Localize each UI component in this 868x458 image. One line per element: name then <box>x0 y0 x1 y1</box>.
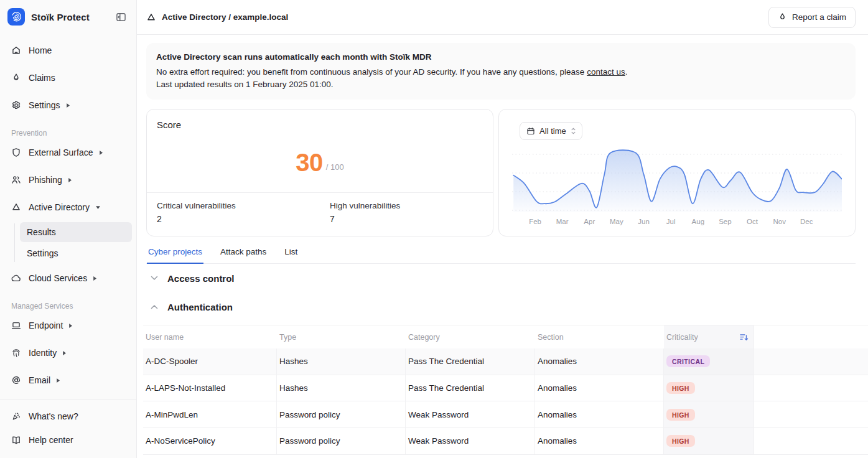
cell-criticality: HIGH <box>664 375 754 402</box>
tab-cyber-projects[interactable]: Cyber projects <box>147 247 203 264</box>
table-row[interactable]: A-DC-Spooler Hashes Pass The Credential … <box>143 348 868 375</box>
cell-type: Hashes <box>277 348 406 375</box>
table-row[interactable]: A-MinPwdLen Password policy Weak Passwor… <box>143 401 868 428</box>
score-value: 30 <box>296 149 323 177</box>
chevron-right-icon <box>68 323 73 329</box>
column-header-criticality[interactable]: Criticality <box>664 325 754 348</box>
sidebar-item-active-directory[interactable]: Active Directory <box>0 194 132 221</box>
score-max: / 100 <box>326 162 344 172</box>
spiral-icon <box>10 11 22 23</box>
time-range-select[interactable]: All time <box>520 122 582 140</box>
fingerprint-icon <box>11 348 21 358</box>
svg-text:Feb: Feb <box>529 218 541 225</box>
table-row[interactable]: A-LAPS-Not-Installed Hashes Pass The Cre… <box>143 375 868 402</box>
chevron-right-icon <box>93 276 97 281</box>
chevron-right-icon <box>62 350 67 356</box>
selector-chevrons-icon <box>571 127 576 135</box>
brand-row: Stoïk Protect <box>0 0 136 32</box>
summary-cards: Score 30 / 100 Critical vulnerabilities … <box>146 109 856 236</box>
sub-item-label: Results <box>27 227 56 237</box>
sidebar-item-label: Active Directory <box>29 202 90 212</box>
high-vulnerabilities-stat: High vulnerabilities 7 <box>320 193 493 236</box>
svg-text:Jul: Jul <box>666 218 676 225</box>
score-card: Score 30 / 100 Critical vulnerabilities … <box>146 109 493 236</box>
home-icon <box>11 45 21 55</box>
sidebar-item-results[interactable]: Results <box>20 222 132 242</box>
table-row[interactable]: A-NoServicePolicy Password policy Weak P… <box>143 428 868 455</box>
calendar-icon <box>526 127 535 136</box>
sidebar-item-label: Email <box>29 375 50 385</box>
shield-icon <box>11 147 21 157</box>
main: Active Directory / example.local Report … <box>137 0 868 458</box>
cell-spacer <box>754 428 868 455</box>
tab-list[interactable]: List <box>283 247 299 264</box>
content: Active Directory scan runs automatically… <box>137 35 868 458</box>
sidebar-item-email[interactable]: Email <box>0 367 132 394</box>
sidebar-item-label: Endpoint <box>29 320 63 330</box>
contact-us-link[interactable]: contact us <box>587 67 625 77</box>
cell-section: Anomalies <box>535 348 664 375</box>
cell-type: Hashes <box>277 375 406 402</box>
cell-type: Password policy <box>277 428 406 455</box>
cell-category: Pass The Credential <box>406 375 535 402</box>
sidebar-item-claims[interactable]: Claims <box>0 64 132 91</box>
table-header-row: User name Type Category Section Critical… <box>143 325 868 348</box>
column-header-category: Category <box>406 325 535 348</box>
svg-text:Dec: Dec <box>800 218 813 225</box>
sidebar-item-label: Phishing <box>29 175 62 185</box>
sort-descending-icon[interactable] <box>739 333 749 342</box>
score-display: 30 / 100 <box>147 139 493 186</box>
banner-body: No extra effort required: you benefit fr… <box>156 66 846 78</box>
sidebar-item-label: Cloud Services <box>29 273 87 283</box>
section-title: Authentication <box>167 302 233 312</box>
sidebar-item-cloud-services[interactable]: Cloud Services <box>0 264 132 292</box>
gear-icon <box>11 100 21 110</box>
cell-type: Password policy <box>277 401 406 428</box>
cell-spacer <box>754 375 868 402</box>
panel-collapse-icon <box>116 12 126 22</box>
cell-section: Anomalies <box>535 428 664 455</box>
score-stats: Critical vulnerabilities 2 High vulnerab… <box>147 192 493 236</box>
banner-title: Active Directory scan runs automatically… <box>156 51 846 63</box>
brand-name: Stoïk Protect <box>31 12 114 22</box>
sidebar-item-identity[interactable]: Identity <box>0 339 132 367</box>
sidebar-item-whats-new[interactable]: What's new? <box>0 404 132 428</box>
chevron-right-icon <box>56 378 60 383</box>
sub-item-label: Settings <box>27 248 58 258</box>
svg-text:Aug: Aug <box>692 218 704 225</box>
users-icon <box>11 175 21 185</box>
sidebar-item-phishing[interactable]: Phishing <box>0 166 132 194</box>
cloud-icon <box>11 273 21 283</box>
sidebar-item-settings[interactable]: Settings <box>0 91 132 119</box>
svg-text:Oct: Oct <box>747 218 758 225</box>
tab-attack-paths[interactable]: Attack paths <box>219 247 268 264</box>
laptop-icon <box>11 320 21 330</box>
cell-category: Weak Password <box>406 401 535 428</box>
section-authentication[interactable]: Authentication <box>146 292 856 321</box>
report-claim-label: Report a claim <box>792 12 846 22</box>
sidebar-item-home[interactable]: Home <box>0 37 132 64</box>
info-banner: Active Directory scan runs automatically… <box>146 43 856 100</box>
cell-section: Anomalies <box>535 375 664 402</box>
section-access-control[interactable]: Access control <box>146 264 856 292</box>
column-header-section: Section <box>535 325 664 348</box>
column-header-label: Criticality <box>666 333 698 342</box>
group-label-managed-services: Managed Services <box>0 292 132 312</box>
criticality-badge: HIGH <box>666 435 695 447</box>
active-directory-subnav: Results Settings <box>0 222 132 263</box>
sidebar-item-external-surface[interactable]: External Surface <box>0 139 132 166</box>
time-range-value: All time <box>539 126 566 136</box>
sidebar-item-ad-settings[interactable]: Settings <box>20 243 132 263</box>
report-claim-button[interactable]: Report a claim <box>768 7 856 28</box>
sidebar-item-label: Help center <box>29 435 73 445</box>
sidebar-item-help-center[interactable]: Help center <box>0 428 132 452</box>
sidebar-item-label: Home <box>29 45 52 55</box>
sidebar-item-endpoint[interactable]: Endpoint <box>0 312 132 339</box>
stat-label: Critical vulnerabilities <box>157 201 310 210</box>
collapse-sidebar-button[interactable] <box>114 10 128 24</box>
svg-text:Mar: Mar <box>556 218 569 225</box>
sidebar-item-label: What's new? <box>29 411 78 421</box>
flame-icon <box>11 73 21 83</box>
brand-logo <box>7 8 25 26</box>
score-top: Score 30 / 100 <box>147 110 493 192</box>
